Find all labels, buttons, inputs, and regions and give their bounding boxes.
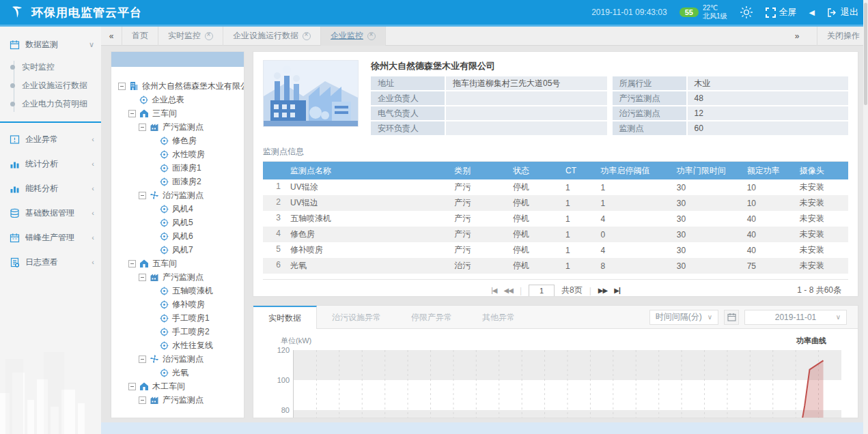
tree-node[interactable]: 三车间 — [118, 106, 241, 120]
row-index: 1 — [271, 182, 281, 193]
tree-node[interactable]: 徐州大自然德森堡木业有限公司 — [118, 79, 241, 93]
table-cell: 产污 — [450, 229, 509, 240]
tree-node[interactable]: 治污监测点 — [118, 352, 241, 366]
tab-3[interactable]: 企业监控 — [321, 27, 386, 46]
tree-node[interactable]: 风机5 — [118, 216, 241, 229]
tree-node[interactable]: 产污监测点 — [118, 120, 241, 134]
wind-label: 北风1级 — [703, 12, 727, 20]
table-header-row: 监测点名称类别状态CT功率启停阈值功率门限时间额定功率摄像头 — [263, 162, 848, 179]
tree-node[interactable]: 产污监测点 — [118, 393, 241, 407]
tree-node[interactable]: 风机7 — [118, 243, 241, 257]
close-icon[interactable] — [367, 32, 376, 40]
table-cell: 4修色房 — [263, 229, 450, 240]
tabs-scroll-left-button[interactable]: « — [101, 31, 122, 41]
point-icon — [160, 218, 169, 227]
tree-expander-icon[interactable] — [118, 83, 126, 90]
sidebar-item-1[interactable]: 企业异常‹ — [0, 127, 101, 151]
logout-button[interactable]: 退出 — [827, 6, 858, 18]
sidebar-subitem[interactable]: 实时监控 — [0, 58, 101, 76]
page-number-input[interactable] — [529, 285, 555, 297]
collapse-left-icon[interactable]: ◀ — [809, 8, 815, 17]
sidebar-item-label: 错峰生产管理 — [25, 232, 86, 244]
tree-node[interactable]: 五轴喷漆机 — [118, 284, 241, 298]
tree-node[interactable]: 面漆房1 — [118, 161, 241, 175]
sidebar-item-4[interactable]: 基础数据管理‹ — [0, 201, 101, 225]
tab-1[interactable]: 实时监控 — [158, 27, 223, 46]
tree-expander-icon[interactable] — [139, 192, 146, 199]
table-cell: 停机 — [509, 197, 561, 209]
bottom-tab-0[interactable]: 实时数据 — [253, 306, 317, 329]
table-row[interactable]: 1UV辊涂产污停机113010未安装 — [263, 179, 848, 195]
sidebar-subitem[interactable]: 企业电力负荷明细 — [0, 95, 101, 113]
tree-node[interactable]: 五车间 — [118, 257, 241, 270]
tree-expander-icon[interactable] — [139, 124, 146, 131]
table-row[interactable]: 2UV辊边产污停机113010未安装 — [263, 195, 848, 211]
table-row[interactable]: 6光氧治污停机183075未安装 — [263, 258, 848, 274]
prev-page-icon[interactable]: ◀◀ — [504, 287, 513, 294]
interval-select[interactable]: 时间间隔(分) ∨ — [649, 310, 718, 325]
tree-node[interactable]: 水性喷房 — [118, 147, 241, 161]
monitor-points-section-title: 监测点信息 — [263, 146, 848, 162]
sidebar-item-5[interactable]: 错峰生产管理‹ — [0, 225, 101, 250]
table-row[interactable]: 3五轴喷漆机产污停机143040未安装 — [263, 211, 848, 227]
close-operations-button[interactable]: 关闭操作 — [817, 27, 860, 46]
first-page-icon[interactable]: |◀ — [491, 287, 496, 294]
tree-node[interactable]: 风机4 — [118, 202, 241, 216]
tree-expander-icon[interactable] — [139, 274, 146, 281]
bottom-tab-2[interactable]: 停限产异常 — [396, 306, 467, 329]
calendar-icon — [10, 40, 20, 50]
tree-expander-icon[interactable] — [128, 110, 136, 117]
close-icon[interactable] — [303, 32, 311, 40]
sidebar-subitem[interactable]: 企业设施运行数据 — [0, 76, 101, 95]
close-icon[interactable] — [205, 32, 213, 40]
tree-node[interactable]: 面漆房2 — [118, 175, 241, 188]
table-cell: 停机 — [509, 229, 561, 240]
tab-label: 企业设施运行数据 — [233, 30, 298, 42]
sidebar-item-6[interactable]: 日志查看‹ — [0, 250, 101, 274]
point-icon — [160, 246, 169, 255]
tree-expander-icon[interactable] — [128, 383, 136, 390]
next-page-icon[interactable]: ▶▶ — [598, 287, 607, 294]
tree-node[interactable]: 光氧 — [118, 366, 241, 379]
tree-panel-header — [111, 52, 244, 67]
sidebar-item-3[interactable]: 能耗分析‹ — [0, 176, 101, 201]
chevron-left-icon: ‹ — [92, 209, 94, 217]
tree-expander-icon[interactable] — [139, 356, 146, 363]
tree-node[interactable]: 水性往复线 — [118, 338, 241, 352]
tab-0[interactable]: 首页 — [122, 27, 158, 46]
tree-node[interactable]: 修色房 — [118, 134, 241, 147]
window-scrollbar[interactable] — [863, 0, 868, 434]
scrollbar-thumb[interactable] — [864, 3, 867, 105]
table-row[interactable]: 4修色房产污停机103040未安装 — [263, 227, 848, 242]
tree-expander-icon[interactable] — [128, 260, 136, 267]
tree-node[interactable]: 修补喷房 — [118, 298, 241, 311]
date-select[interactable]: 2019-11-01 ∨ — [744, 310, 847, 325]
fullscreen-button[interactable]: 全屏 — [766, 6, 797, 18]
tree-node-label: 水性喷房 — [172, 149, 205, 160]
tree-node[interactable]: 企业总表 — [118, 93, 241, 106]
date-select-value: 2019-11-01 — [775, 313, 817, 322]
tree-node[interactable]: 手工喷房2 — [118, 325, 241, 338]
tree-node[interactable]: 手工喷房1 — [118, 311, 241, 325]
bottom-tab-1[interactable]: 治污设施异常 — [317, 306, 396, 329]
sidebar-subitem-label: 企业电力负荷明细 — [22, 98, 87, 110]
table-cell: 30 — [673, 183, 743, 192]
tabs-scroll-right-button[interactable]: » — [787, 31, 807, 41]
tree-node[interactable]: 风机6 — [118, 229, 241, 243]
tree-node-label: 风机7 — [172, 244, 193, 256]
last-page-icon[interactable]: ▶| — [614, 287, 620, 294]
sidebar-item-0[interactable]: 数据监测∨ — [0, 32, 101, 57]
tree-node-label: 手工喷房2 — [172, 326, 210, 338]
calendar-picker-button[interactable] — [724, 310, 739, 325]
tab-2[interactable]: 企业设施运行数据 — [223, 27, 321, 46]
sidebar-item-2[interactable]: 统计分析‹ — [0, 151, 101, 176]
tree-node[interactable]: 产污监测点 — [118, 270, 241, 284]
tree-expander-icon[interactable] — [139, 396, 146, 404]
bottom-tab-3[interactable]: 其他异常 — [467, 306, 530, 329]
tree-node[interactable]: 木工车间 — [118, 379, 241, 393]
point-icon — [139, 96, 148, 104]
table-cell: 1 — [561, 199, 596, 208]
tree-node[interactable]: 治污监测点 — [118, 188, 241, 202]
sidebar-item-label: 统计分析 — [25, 158, 86, 170]
table-row[interactable]: 5修补喷房产污停机143040未安装 — [263, 242, 848, 258]
